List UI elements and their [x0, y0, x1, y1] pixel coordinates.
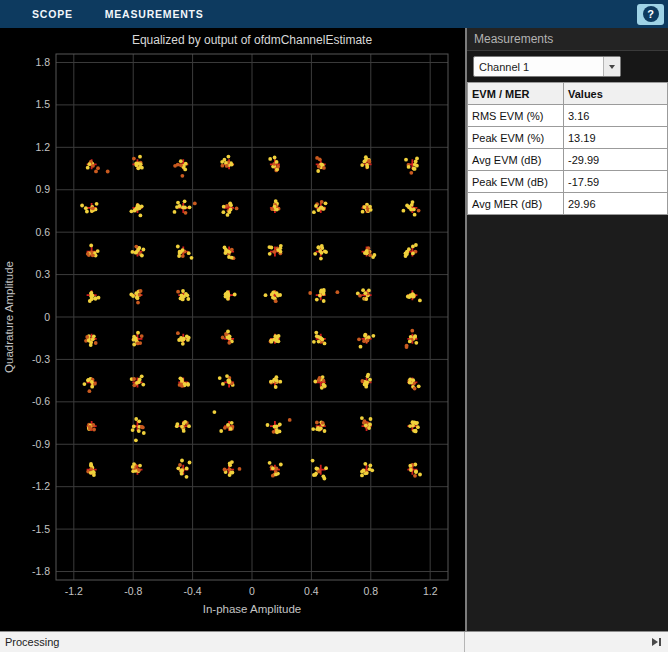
measurements-panel-title: Measurements [467, 28, 668, 51]
status-text: Processing [0, 636, 651, 648]
svg-text:0.9: 0.9 [35, 183, 50, 195]
svg-text:Quadrature Amplitude: Quadrature Amplitude [3, 261, 15, 373]
measurements-panel: Measurements Channel 1 EVM / MER Values … [467, 28, 668, 631]
metric-value: 29.96 [564, 193, 668, 215]
svg-text:-1.8: -1.8 [32, 565, 50, 577]
tab-scope[interactable]: SCOPE [32, 8, 73, 20]
constellation-plot: -1.2-0.8-0.400.40.81.2-1.8-1.5-1.2-0.9-0… [0, 28, 465, 632]
channel-select-value: Channel 1 [474, 61, 603, 73]
svg-text:-1.2: -1.2 [65, 585, 83, 597]
svg-text:-1.2: -1.2 [32, 480, 50, 492]
help-icon: ? [643, 6, 659, 22]
metric-label: RMS EVM (%) [468, 105, 564, 127]
svg-text:In-phase Amplitude: In-phase Amplitude [203, 603, 301, 615]
svg-text:0: 0 [44, 311, 50, 323]
svg-text:Equalized by output of ofdmCha: Equalized by output of ofdmChannelEstima… [132, 33, 372, 47]
svg-text:-0.6: -0.6 [32, 395, 50, 407]
table-row: Avg MER (dB) 29.96 [468, 193, 668, 215]
metric-label: Avg MER (dB) [468, 193, 564, 215]
metric-label: Peak EVM (%) [468, 127, 564, 149]
table-header-metric: EVM / MER [468, 83, 564, 105]
table-row: RMS EVM (%) 3.16 [468, 105, 668, 127]
svg-text:0: 0 [249, 585, 255, 597]
tab-measurements[interactable]: MEASUREMENTS [105, 8, 204, 20]
chevron-down-icon [609, 65, 615, 69]
panel-empty-space [467, 215, 668, 631]
constellation-plot-area: -1.2-0.8-0.400.40.81.2-1.8-1.5-1.2-0.9-0… [0, 28, 465, 631]
metric-value: 13.19 [564, 127, 668, 149]
metric-label: Avg EVM (dB) [468, 149, 564, 171]
metric-label: Peak EVM (dB) [468, 171, 564, 193]
channel-select-row: Channel 1 [467, 51, 668, 82]
channel-select-arrow-button[interactable] [603, 57, 620, 76]
svg-text:0.6: 0.6 [35, 226, 50, 238]
metric-value: -29.99 [564, 149, 668, 171]
svg-text:0.3: 0.3 [35, 268, 50, 280]
svg-text:0.8: 0.8 [363, 585, 378, 597]
svg-text:1.8: 1.8 [35, 56, 50, 68]
svg-text:0.4: 0.4 [304, 585, 319, 597]
status-bar-divider [464, 632, 465, 652]
svg-text:-0.8: -0.8 [124, 585, 142, 597]
table-row: Peak EVM (dB) -17.59 [468, 171, 668, 193]
channel-select[interactable]: Channel 1 [473, 56, 621, 77]
svg-text:-1.5: -1.5 [32, 523, 50, 535]
svg-text:1.2: 1.2 [423, 585, 438, 597]
toolstrip: SCOPE MEASUREMENTS ? [0, 0, 668, 28]
svg-text:-0.9: -0.9 [32, 438, 50, 450]
metric-value: 3.16 [564, 105, 668, 127]
table-row: Avg EVM (dB) -29.99 [468, 149, 668, 171]
status-bar: Processing [0, 631, 668, 652]
svg-text:1.2: 1.2 [35, 141, 50, 153]
evm-mer-table: EVM / MER Values RMS EVM (%) 3.16 Peak E… [467, 82, 668, 215]
table-header-row: EVM / MER Values [468, 83, 668, 105]
table-row: Peak EVM (%) 13.19 [468, 127, 668, 149]
step-forward-icon[interactable] [651, 637, 662, 647]
svg-text:-0.4: -0.4 [184, 585, 202, 597]
metric-value: -17.59 [564, 171, 668, 193]
svg-text:-0.3: -0.3 [32, 353, 50, 365]
svg-text:1.5: 1.5 [35, 98, 50, 110]
scope-window: SCOPE MEASUREMENTS ? -1.2-0.8-0.400.40.8… [0, 0, 668, 652]
main-area: -1.2-0.8-0.400.40.81.2-1.8-1.5-1.2-0.9-0… [0, 28, 668, 631]
help-button[interactable]: ? [637, 4, 664, 25]
table-header-values: Values [564, 83, 668, 105]
